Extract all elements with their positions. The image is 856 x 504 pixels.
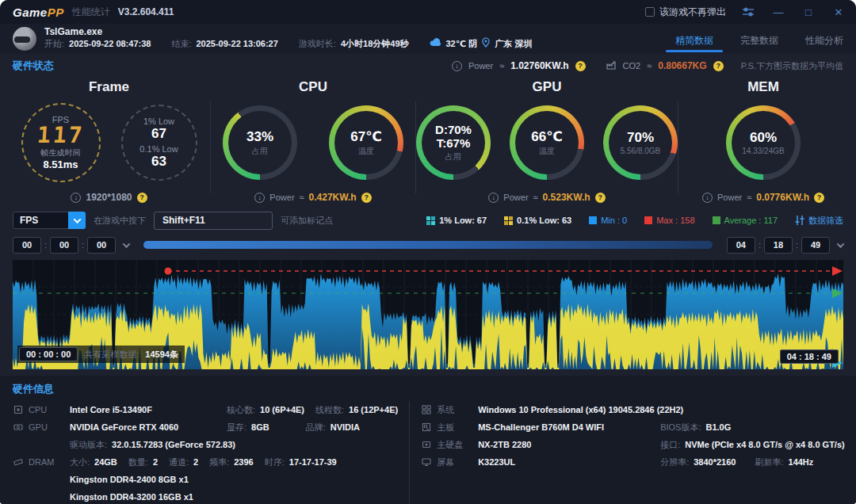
legend-average: Average : 117 [713,216,778,225]
mem-power-help-icon[interactable]: ? [814,193,824,203]
metric-select[interactable]: FPS [13,212,86,229]
gpu-vram-gauge: 70%5.56/8.0GB [603,105,678,180]
cpu-section-title: CPU [299,79,327,100]
screen-info-row: 屏幕 K3223UL 分辨率: 3840*2160 刷新率: 144Hz [421,453,856,471]
cyan-grid-icon [426,216,435,225]
legend-01pct-low: 0.1% Low: 63 [504,216,571,225]
game-duration: 4小时18分钟49秒 [341,38,409,50]
hardware-info-title: 硬件信息 [13,382,843,396]
resolution-icon: ↓ [71,193,81,203]
no-popup-checkbox[interactable]: 该游戏不再弹出 [645,6,726,19]
weather: 32℃ 阴 [446,38,478,50]
hardware-status-title: 硬件状态 [13,59,54,73]
dram-info-row: DRAM 大小: 24GB 数量: 2 通道: 2 频率: 2396 时序: 1… [13,453,409,471]
end-minute-field[interactable]: 18 [764,237,793,254]
maximize-icon[interactable]: □ [801,6,816,18]
app-subtitle: 性能统计 [72,6,110,19]
max-square-icon [644,216,652,224]
hotkey-input[interactable]: Shift+F11 [154,212,273,230]
tab-performance-analysis[interactable]: 性能分析 [805,34,843,52]
gpu-usage-gauge: D:70%T:67%占用 [416,105,491,180]
power-icon: ↓ [702,193,713,203]
fps-gauge: FPS 117 帧生成时间 8.51ms [21,103,101,182]
dram-stick1-row: Kingston DDR4-2400 8GB x1 [13,471,409,488]
start-time-selector[interactable]: 00: 00: 00 [13,237,129,254]
co2-factory-icon [606,60,617,71]
gpu-temp-gauge: 66℃温度 [510,105,584,180]
marker-hint: 可添加标记点 [281,215,333,227]
end-second-field[interactable]: 49 [801,237,830,254]
game-header: TslGame.exe 开始: 2025-09-22 08:47:38 结束: … [0,24,856,54]
chevron-down-icon[interactable] [837,240,845,248]
legend-min: Min : 0 [589,216,627,225]
low1-value: 67 [151,126,166,141]
disk-icon [421,439,432,450]
low01-value: 63 [151,154,166,169]
total-power-value: 1.02760KW.h [510,60,568,71]
gpu-power-value: 0.523KW.h [543,192,590,203]
chevron-down-icon[interactable] [123,240,131,248]
end-time: 2025-09-22 13:06:27 [196,38,277,50]
checkbox-icon[interactable] [645,7,655,17]
disk-info-row: 主硬盘 NX-2TB 2280 接口: NVMe (PCIe x4 8.0 GT… [421,436,856,453]
app-logo: GamePP [13,6,64,19]
cpu-power-help-icon[interactable]: ? [361,193,372,203]
board-info-row: 主板 MS-Challenger B760M D4 WIFI BIOS版本: B… [421,418,856,436]
mem-power-value: 0.0776KW.h [756,192,809,203]
chart-end-label: 04 : 18 : 49 [780,349,839,363]
gpu-power-help-icon[interactable]: ? [595,193,606,203]
chart-controls: FPS 在游戏中按下 Shift+F11 可添加标记点 1% Low: 67 0… [0,208,856,233]
timeline-scrollbar[interactable] [143,241,713,249]
start-hour-field[interactable]: 00 [13,237,41,254]
low-fps-gauge: 1% Low 67 0.1% Low 63 [121,105,197,181]
chart-start-label: 00 : 00 : 00 共有采样数据: 14594条 [17,346,185,363]
cpu-temp-gauge: 67℃温度 [329,105,403,180]
minimize-icon[interactable]: — [770,6,786,18]
windows-icon [421,404,432,415]
cpu-chip-icon [13,404,24,415]
mem-usage-gauge: 60%14.33/24GB [726,105,801,180]
start-time: 2025-09-22 08:47:38 [69,38,151,50]
power-icon: ↓ [488,193,499,203]
fps-value: 117 [36,124,86,147]
tab-simple-data[interactable]: 精简数据 [675,34,713,52]
motherboard-icon [421,422,432,433]
gpu-driver-row: 驱动版本: 32.0.15.7283 (GeForce 572.83) [13,436,409,453]
gamepp-window: GamePP 性能统计 V3.2.604.411 该游戏不再弹出 — □ ✕ T… [0,0,856,504]
game-name: TslGame.exe [44,27,532,37]
hardware-info-panel: 硬件信息 CPU Intel Core i5-13490F 核心数: 10 (6… [0,376,856,504]
frametime-value: 8.51ms [43,158,78,170]
monitor-icon [421,456,432,468]
timeline-row: 00: 00: 00 04: 18: 49 [0,233,856,257]
gauges-panel: Frame FPS 117 帧生成时间 8.51ms 1% Low 67 0.1… [0,78,856,208]
cpu-usage-gauge: 33%占用 [223,105,297,180]
data-filter-button[interactable]: 数据筛选 [795,215,843,227]
yellow-grid-icon [504,216,513,225]
power-icon: ↓ [452,61,462,71]
power-help-icon[interactable]: ? [575,61,586,71]
cloud-icon [430,38,441,50]
close-icon[interactable]: ✕ [831,6,846,18]
tab-full-data[interactable]: 完整数据 [740,34,778,52]
gpu-info-row: GPU NVIDIA GeForce RTX 4060 显存: 8GB 品牌: … [13,418,409,436]
resolution-help-icon[interactable]: ? [137,193,147,203]
location-pin-icon [482,37,490,51]
end-time-selector[interactable]: 04: 18: 49 [727,237,843,254]
select-chevron-down-icon[interactable] [68,212,86,229]
end-hour-field[interactable]: 04 [727,237,755,254]
min-square-icon [589,216,597,224]
settings-sliders-icon[interactable] [740,7,756,17]
legend-1pct-low: 1% Low: 67 [426,216,487,225]
cpu-power-value: 0.427KW.h [309,192,357,203]
power-icon: ↓ [254,193,265,203]
os-info-row: 系统 Windows 10 Professional (x64) 19045.2… [421,401,856,418]
hardware-status-bar: 硬件状态 ↓ Power ≈ 1.02760KW.h ? CO2 ≈ 0.806… [0,54,856,78]
frame-section-title: Frame [89,79,129,100]
co2-help-icon[interactable]: ? [713,61,724,71]
start-minute-field[interactable]: 00 [50,237,78,254]
location: 广东 深圳 [495,38,532,50]
fps-chart-panel: 00 : 00 : 00 共有采样数据: 14594条 04 : 18 : 49 [13,260,843,369]
legend-max: Max : 158 [644,216,694,225]
game-avatar [13,27,36,51]
start-second-field[interactable]: 00 [87,237,116,254]
